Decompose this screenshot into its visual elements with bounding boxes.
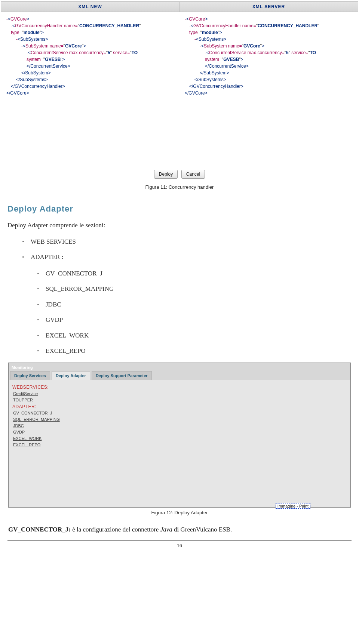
xml-compare-panel: XML NEW -<GVCore> -<GVConcurrencyHandler… [1,1,358,181]
category-webservices: WEBSERVICES: [12,385,347,390]
link-creditservice[interactable]: CreditService [13,391,347,396]
gv-connector-description: GV_CONNECTOR_J: è la configurazione del … [8,526,351,533]
sub-bullet-jdbc: JDBC [37,300,352,309]
link-sql-error-mapping[interactable]: SQL_ERROR_MAPPING [13,417,347,422]
sub-bullet-sql-error-mapping: SQL_ERROR_MAPPING [37,284,352,294]
tab-deploy-adapter[interactable]: Deploy Adapter [52,371,90,380]
sub-bullet-gv-connector-j: GV_CONNECTOR_J [37,269,352,278]
xml-server-header: XML SERVER [180,2,358,12]
link-excel-work[interactable]: EXCEL_WORK [13,436,347,441]
intro-text: Deploy Adapter comprende le sezioni: [7,221,352,230]
deploy-button[interactable]: Deploy [154,170,178,179]
link-gvdp[interactable]: GVDP [13,430,347,434]
figure-12-caption: Figura 12: Deploy Adapter [0,510,359,515]
paint-overlay-tag: Immagine - Paint [276,503,310,509]
breadcrumb-monitoring: Monitoring [9,363,350,371]
link-toupper[interactable]: TOUPPER [13,398,347,402]
tab-deploy-services[interactable]: Deploy Services [10,371,50,380]
figure-11-caption: Figura 11: Concurrency handler [0,184,359,190]
sub-bullet-excel-repo: EXCEL_REPO [37,346,352,356]
xml-new-header: XML NEW [1,2,180,12]
tab-deploy-support-parameter[interactable]: Deploy Support Parameter [92,371,152,380]
page-number: 16 [0,543,359,548]
sub-bullet-gvdp: GVDP [37,315,352,325]
figure-12-panel: Monitoring Deploy Services Deploy Adapte… [8,363,351,508]
category-adapter: ADAPTER: [12,404,347,409]
link-jdbc[interactable]: JDBC [13,423,347,428]
link-gv-connector-j[interactable]: GV_CONNECTOR_J [13,411,347,415]
xml-server-body: -<GVCore> -<GVConcurrencyHandler name="C… [180,12,358,99]
section-heading-deploy-adapter: Deploy Adapter [7,204,352,214]
footer-divider [7,540,352,541]
bullet-adapter: ADAPTER : [22,252,352,262]
link-excel-repo[interactable]: EXCEL_REPO [13,443,347,447]
bullet-web-services: WEB SERVICES [22,237,352,247]
sub-bullet-excel-work: EXCEL_WORK [37,331,352,341]
cancel-button[interactable]: Cancel [181,170,205,179]
xml-new-body: -<GVCore> -<GVConcurrencyHandler name="C… [1,12,180,99]
